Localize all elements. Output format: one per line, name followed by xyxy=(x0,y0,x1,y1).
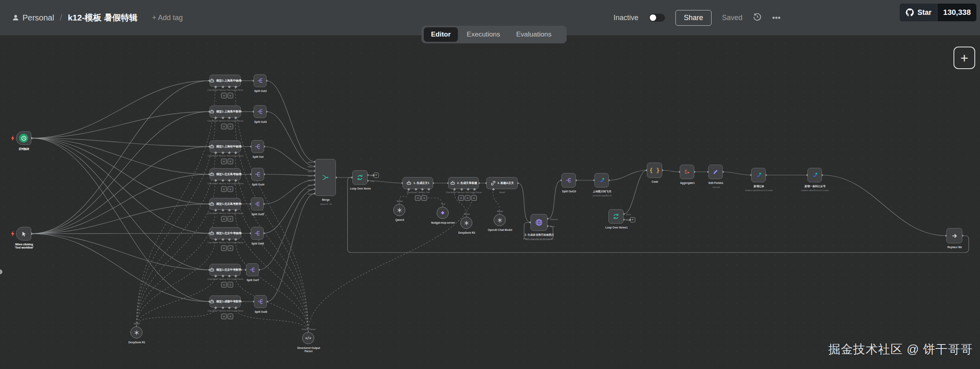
node-a1[interactable]: 模型1-上海高中物理Chat Model* Memory Tool Output… xyxy=(209,75,241,87)
add-subnode-button[interactable]: + xyxy=(221,216,227,222)
workflow-canvas[interactable]: 定时触发定时触发When clicking ‘Test workflow’Whe… xyxy=(0,0,980,369)
node-label: 2. 生成文章标题 xyxy=(457,181,477,185)
node-loop1[interactable]: Loop Over Itemsdoneloop xyxy=(352,170,368,185)
node-gen1[interactable]: 1. 生成正文1Chat Model* Memory Tool++ xyxy=(403,177,433,189)
add-node-button[interactable]: + xyxy=(954,47,975,69)
node-cds1[interactable]: DeepSeek R1Model xyxy=(130,326,142,338)
node-plusA[interactable]: + xyxy=(374,173,379,178)
workflow-title[interactable]: k12-模板 暑假特辑 xyxy=(68,12,138,23)
robot-icon xyxy=(209,230,215,236)
add-tag-button[interactable]: + Add tag xyxy=(152,14,183,22)
tab-editor[interactable]: Editor xyxy=(424,27,458,42)
node-cds3[interactable]: DeepSeek R3Model xyxy=(460,217,472,229)
status-label: Inactive xyxy=(614,14,638,22)
node-label: 3. 标题&正文 xyxy=(498,181,514,185)
github-star-widget[interactable]: Star 130,338 xyxy=(899,3,977,22)
add-subnode-button[interactable]: + xyxy=(228,245,233,251)
add-subnode-button[interactable]: + xyxy=(228,93,233,98)
clock-icon xyxy=(19,134,28,143)
node-a2[interactable]: 模型1-上海高中数学Chat Model* Memory Tool Output… xyxy=(209,106,241,118)
node-rec1[interactable]: 新增记录bitable:tableRecord:Create xyxy=(751,168,766,182)
node-label: Loop Over Items1 xyxy=(586,226,647,229)
node-a8[interactable]: 模型1-成都中考数学Chat Model* Memory Tool Output… xyxy=(209,296,241,308)
node-s6[interactable]: Split Out6 xyxy=(251,227,264,240)
output-port-label: Error xyxy=(550,225,555,228)
add-subnode-button[interactable]: + xyxy=(228,124,233,129)
add-subnode-button[interactable]: + xyxy=(221,314,227,319)
add-subnode-button[interactable]: + xyxy=(221,282,227,287)
node-s5[interactable]: Split Out5 xyxy=(251,198,264,210)
node-gen3[interactable]: 3. 标题&正文Model* xyxy=(486,177,518,189)
node-s3[interactable]: Split Out xyxy=(251,140,264,153)
add-subnode-button[interactable]: + xyxy=(415,195,421,201)
add-subnode-button[interactable]: + xyxy=(228,159,233,164)
node-a3[interactable]: 模型1-上海初中物理Chat Model* Memory Tool Output… xyxy=(209,141,241,153)
splitout-icon xyxy=(254,230,260,236)
node-rec2[interactable]: 新增一条到公众号bitable:tableRecord:Create xyxy=(807,168,822,182)
node-label: 1. 生成正文1 xyxy=(413,181,429,185)
node-cfast[interactable]: fastgpt-mcp-serverTool xyxy=(437,207,449,219)
code-icon: { } xyxy=(649,167,659,173)
add-subnode-button[interactable]: + xyxy=(471,195,477,201)
arrow-icon xyxy=(951,232,958,239)
node-cqwen[interactable]: Qwen3Model xyxy=(393,204,405,216)
node-s4[interactable]: Split Out4 xyxy=(251,168,264,181)
node-label: 模型1-上海高中数学 xyxy=(216,110,241,114)
add-subnode-button[interactable]: + xyxy=(458,195,464,201)
node-a5[interactable]: 模型1-北京高考数学Chat Model* Memory Tool Output… xyxy=(209,198,241,210)
node-t2[interactable]: When clicking ‘Test workflow’When clicki… xyxy=(16,227,31,241)
node-code1[interactable]: { }Code xyxy=(647,163,662,178)
history-icon[interactable] xyxy=(753,12,762,23)
splitout-icon xyxy=(257,108,263,115)
node-a7[interactable]: 模型1-北京中考数学Chat Model* Memory Tool Output… xyxy=(209,264,241,276)
node-loop2[interactable]: Loop Over Items1doneloop xyxy=(608,209,624,224)
flower-icon xyxy=(396,207,403,213)
node-label: Split Out2 xyxy=(230,90,291,93)
node-s2[interactable]: Split Out3 xyxy=(254,105,266,118)
active-toggle[interactable] xyxy=(649,14,665,22)
node-rep1[interactable]: Replace Me xyxy=(946,228,962,243)
node-s8[interactable]: Split Out8 xyxy=(254,295,267,308)
node-s1[interactable]: Split Out2 xyxy=(254,74,266,87)
node-a4[interactable]: 模型1-北京高考物理Chat Model* Memory Tool Output… xyxy=(209,168,241,180)
add-subnode-button[interactable]: + xyxy=(421,195,427,201)
node-upload[interactable]: 上传图片到飞书uploadImageByUrl xyxy=(594,173,609,188)
node-edit1[interactable]: Edit Fields1manual xyxy=(708,165,723,179)
node-csop[interactable]: </>Structured Output ParserOutput Parser xyxy=(302,332,314,344)
add-subnode-button[interactable]: + xyxy=(221,245,227,251)
node-so10[interactable]: Split Out10 xyxy=(561,173,576,188)
node-http1[interactable]: 3. 生成多张海艺绘画图片POST: http://52.53.30.142:8… xyxy=(531,214,547,231)
tab-evaluations[interactable]: Evaluations xyxy=(509,27,559,42)
node-gen2[interactable]: 2. 生成文章标题Chat Model* Memory Tool Output … xyxy=(448,177,479,189)
add-subnode-button[interactable]: + xyxy=(221,124,227,129)
node-plusB[interactable]: + xyxy=(630,217,635,222)
node-t1[interactable]: 定时触发定时触发 xyxy=(16,131,31,145)
node-port-kind-label: Model xyxy=(451,213,483,215)
more-options-button[interactable]: ••• xyxy=(772,13,781,22)
project-owner[interactable]: Personal xyxy=(12,13,54,22)
robot-icon xyxy=(209,171,215,177)
node-a6[interactable]: 模型1-北京中考物理Chat Model* Memory Tool Output… xyxy=(209,227,241,239)
tab-executions[interactable]: Executions xyxy=(460,27,507,42)
add-subnode-button[interactable]: + xyxy=(228,282,233,287)
add-subnode-button[interactable]: + xyxy=(228,186,233,192)
merge-input-label: Input 3 xyxy=(303,170,314,173)
cursor-icon xyxy=(21,231,27,237)
splitout-icon xyxy=(254,201,260,207)
share-button[interactable]: Share xyxy=(675,10,712,26)
aggregate-icon xyxy=(684,169,691,175)
node-label: Structured Output Parser xyxy=(279,347,339,353)
splitout-icon xyxy=(254,171,261,177)
add-subnode-button[interactable]: + xyxy=(221,186,227,192)
node-coai[interactable]: OpenAI Chat ModelModel xyxy=(494,214,506,226)
node-s7[interactable]: Split Out7 xyxy=(246,263,259,276)
add-subnode-button[interactable]: + xyxy=(221,93,227,98)
node-agg1[interactable]: Aggregate1 xyxy=(680,165,694,179)
add-subnode-button[interactable]: + xyxy=(221,159,227,164)
github-icon xyxy=(905,8,914,17)
robot-icon xyxy=(209,201,215,207)
node-label: 模型1-成都中考数学 xyxy=(216,300,241,304)
add-subnode-button[interactable]: + xyxy=(228,314,233,319)
add-subnode-button[interactable]: + xyxy=(228,216,233,222)
add-subnode-button[interactable]: + xyxy=(465,195,470,201)
